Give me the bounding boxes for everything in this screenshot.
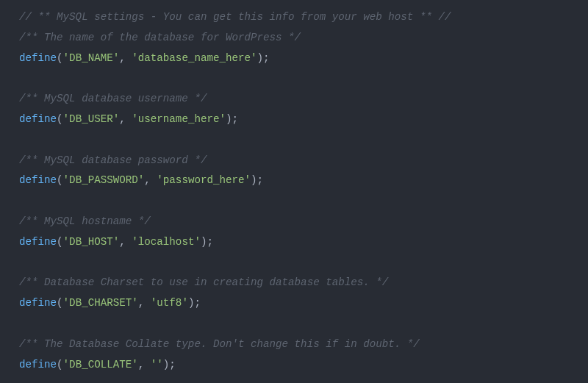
str-val: 'database_name_here' [132, 52, 257, 64]
paren-close: ); [201, 236, 213, 248]
paren-close: ); [257, 52, 270, 64]
str-key: 'DB_HOST' [63, 236, 120, 248]
str-val: 'username_here' [132, 113, 226, 125]
comma: , [144, 174, 157, 186]
str-key: 'DB_PASSWORD' [63, 174, 145, 186]
fn-define: define [19, 174, 57, 186]
str-key: 'DB_USER' [63, 113, 120, 125]
comment-line: /** MySQL database password */ [19, 154, 207, 166]
comma: , [138, 297, 151, 309]
str-val: 'utf8' [151, 297, 188, 309]
comma: , [119, 236, 132, 248]
comma: , [119, 113, 132, 125]
paren-close: ); [188, 297, 201, 309]
fn-define: define [19, 297, 57, 309]
fn-define: define [19, 52, 57, 64]
fn-define: define [19, 359, 57, 371]
comma: , [138, 359, 151, 371]
str-val: 'localhost' [132, 236, 201, 248]
paren-close: ); [251, 174, 263, 186]
str-key: 'DB_COLLATE' [63, 359, 138, 371]
paren-open: ( [57, 297, 63, 309]
comment-line: /** Database Charset to use in creating … [19, 276, 388, 288]
comment-line: /** MySQL hostname */ [19, 215, 151, 227]
paren-close: ); [226, 113, 238, 125]
code-block: // ** MySQL settings - You can get this … [0, 0, 588, 375]
str-val: '' [151, 359, 163, 371]
str-key: 'DB_NAME' [63, 52, 120, 64]
paren-open: ( [57, 236, 63, 248]
paren-open: ( [57, 174, 63, 186]
fn-define: define [19, 113, 57, 125]
paren-close: ); [163, 359, 176, 371]
paren-open: ( [57, 52, 63, 64]
comment-line: /** The name of the database for WordPre… [19, 32, 301, 43]
str-key: 'DB_CHARSET' [63, 297, 138, 309]
comment-line: // ** MySQL settings - You can get this … [19, 11, 451, 23]
fn-define: define [19, 236, 57, 248]
comma: , [119, 52, 132, 64]
comment-line: /** The Database Collate type. Don't cha… [19, 338, 420, 350]
paren-open: ( [57, 113, 63, 125]
paren-open: ( [57, 359, 63, 371]
str-val: 'password_here' [157, 174, 251, 186]
comment-line: /** MySQL database username */ [19, 93, 207, 104]
